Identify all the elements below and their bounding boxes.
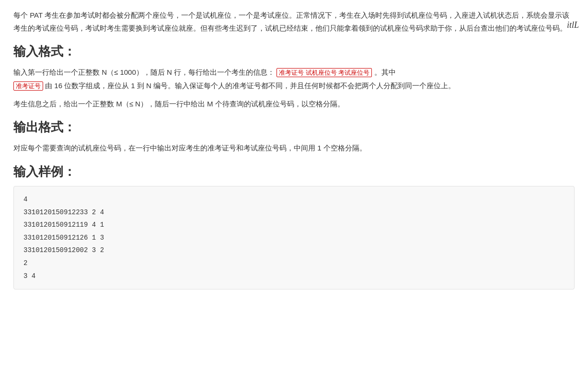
input-example-code: 4 3310120150912233 2 4 3310120150912119 … — [13, 186, 575, 289]
input-format-line1-post: 。其中 — [374, 68, 396, 76]
input-format-body-2: 考生信息之后，给出一个正整数 M（≤ N），随后一行中给出 M 个待查询的试机座… — [13, 97, 575, 111]
badge-id-number: 准考证号 — [13, 81, 43, 91]
output-format-heading: 输出格式： — [13, 119, 575, 136]
input-example-heading: 输入样例： — [13, 163, 575, 180]
badge-input-fields: 准考证号 试机座位号 考试座位号 — [277, 68, 372, 77]
output-format-body: 对应每个需要查询的试机座位号码，在一行中输出对应考生的准考证号和考试座位号码，中… — [13, 141, 575, 155]
input-format-line1-pre: 输入第一行给出一个正整数 N（≤ 1000），随后 N 行，每行给出一个考生的信… — [13, 68, 275, 76]
input-format-body-1: 输入第一行给出一个正整数 N（≤ 1000），随后 N 行，每行给出一个考生的信… — [13, 66, 575, 92]
top-right-badge: itlL — [567, 20, 579, 30]
intro-paragraph: 每个 PAT 考生在参加考试时都会被分配两个座位号，一个是试机座位，一个是考试座… — [13, 9, 575, 35]
page-container: itlL 每个 PAT 考生在参加考试时都会被分配两个座位号，一个是试机座位，一… — [0, 0, 588, 299]
input-format-heading: 输入格式： — [13, 43, 575, 60]
input-format-line2: 由 16 位数字组成，座位从 1 到 N 编号。输入保证每个人的准考证号都不同，… — [45, 81, 455, 90]
